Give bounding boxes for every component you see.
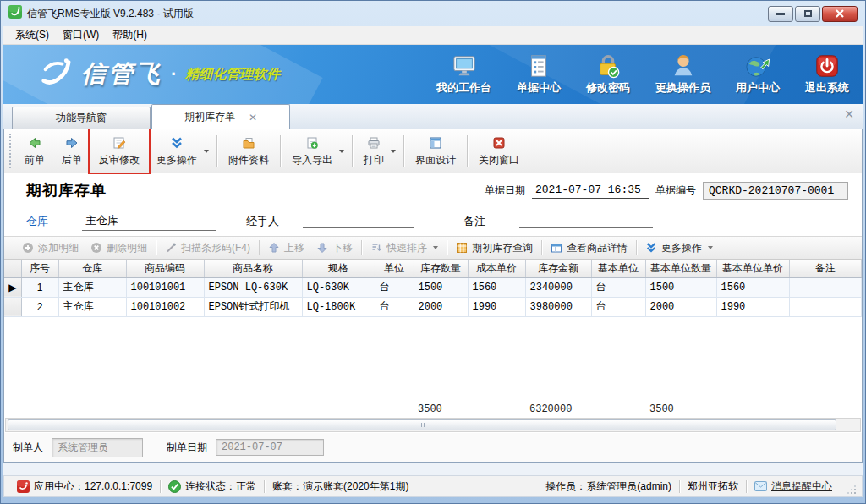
- brand-slogan: 精细化管理软件: [185, 66, 280, 84]
- column-header[interactable]: 序号: [21, 260, 58, 277]
- cell-base-qty[interactable]: 1500: [645, 277, 716, 297]
- dropdown-arrow-icon[interactable]: [708, 246, 713, 249]
- attachment-button[interactable]: 附件资料: [220, 129, 277, 173]
- inventory-query-button[interactable]: 期初库存查询: [450, 238, 539, 257]
- switch-operator-button[interactable]: 更换操作员: [655, 53, 710, 96]
- cell-spec[interactable]: LQ-1800K: [302, 297, 375, 316]
- toolbar-separator: [636, 240, 637, 255]
- move-down-button[interactable]: 下移: [310, 238, 359, 257]
- more-actions-button[interactable]: 更多操作: [148, 129, 214, 173]
- column-header[interactable]: 商品名称: [204, 260, 302, 277]
- maximize-button[interactable]: [795, 6, 820, 22]
- quick-sort-icon: [370, 242, 382, 254]
- column-header[interactable]: 库存金额: [525, 260, 591, 277]
- document-center-button[interactable]: 单据中心: [517, 53, 561, 96]
- tab-opening-inventory[interactable]: 期初库存单 ✕: [151, 104, 290, 129]
- cell-product-code[interactable]: 100101001: [126, 277, 204, 297]
- cell-seq[interactable]: 2: [21, 297, 58, 316]
- current-row-marker[interactable]: ▶: [4, 277, 21, 297]
- cell-remark[interactable]: [789, 277, 862, 297]
- exit-system-button[interactable]: 退出系统: [805, 53, 849, 96]
- detail-more-actions-button[interactable]: 更多操作: [639, 238, 719, 257]
- cell-seq[interactable]: 1: [21, 277, 58, 297]
- scan-barcode-button[interactable]: 扫描条形码(F4): [159, 238, 256, 257]
- cell-warehouse[interactable]: 主仓库: [58, 297, 126, 316]
- dropdown-arrow-icon[interactable]: [339, 150, 344, 153]
- product-detail-button[interactable]: 查看商品详情: [545, 238, 633, 257]
- delete-detail-button[interactable]: 删除明细: [85, 238, 153, 257]
- cell-stock-amount[interactable]: 3980000: [525, 297, 591, 316]
- dropdown-arrow-icon[interactable]: [204, 150, 209, 153]
- message-center-link[interactable]: 消息提醒中心: [747, 479, 840, 494]
- add-detail-button[interactable]: 添加明细: [16, 238, 85, 257]
- detail-grid: 序号 仓库 商品编码 商品名称 规格 单位 库存数量 成本单价 库存金额 基本单…: [4, 260, 862, 317]
- import-export-button[interactable]: 导入导出: [283, 129, 349, 173]
- workbench-button[interactable]: 我的工作台: [436, 53, 491, 96]
- cell-unit[interactable]: 台: [375, 277, 414, 297]
- close-button[interactable]: [822, 6, 858, 22]
- dropdown-arrow-icon[interactable]: [391, 150, 396, 153]
- cell-base-unit[interactable]: 台: [591, 277, 645, 297]
- prev-doc-button[interactable]: 前单: [16, 129, 53, 173]
- resize-grip-icon[interactable]: [847, 485, 857, 495]
- close-window-button[interactable]: 关闭窗口: [470, 129, 528, 173]
- column-header[interactable]: 库存数量: [414, 260, 468, 277]
- scrollbar-thumb[interactable]: [8, 419, 836, 430]
- ui-design-button[interactable]: 界面设计: [407, 129, 464, 173]
- vendor-status: 郑州亚拓软: [680, 479, 746, 494]
- menu-window[interactable]: 窗口(W): [58, 26, 107, 44]
- unaudit-modify-button[interactable]: 反审修改: [90, 129, 148, 173]
- column-header[interactable]: 成本单价: [468, 260, 525, 277]
- column-header[interactable]: 基本单位数量: [645, 260, 716, 277]
- print-button[interactable]: 打印: [355, 129, 401, 173]
- cell-cost-price[interactable]: 1990: [468, 297, 525, 316]
- remark-field[interactable]: [519, 215, 653, 228]
- warehouse-field[interactable]: 主仓库: [82, 213, 216, 231]
- column-header[interactable]: 商品编码: [126, 260, 204, 277]
- cell-stock-qty[interactable]: 2000: [414, 297, 468, 316]
- document-form-row: 仓库 主仓库 经手人 备注: [4, 207, 862, 236]
- cell-warehouse[interactable]: 主仓库: [58, 277, 126, 297]
- cell-stock-amount[interactable]: 2340000: [525, 277, 591, 297]
- close-tab-icon[interactable]: ✕: [249, 112, 257, 123]
- column-header[interactable]: 备注: [789, 260, 862, 277]
- column-header[interactable]: 基本单位单价: [716, 260, 789, 277]
- handler-field[interactable]: [303, 215, 414, 228]
- row-selector[interactable]: [4, 297, 21, 316]
- move-up-button[interactable]: 上移: [262, 238, 310, 257]
- remark-label: 备注: [463, 214, 485, 229]
- delete-row-icon: [90, 242, 102, 254]
- cell-base-price[interactable]: 1990: [716, 297, 789, 316]
- row-selector-header: [4, 260, 21, 277]
- tab-function-navigator[interactable]: 功能导航窗: [12, 107, 151, 129]
- change-password-button[interactable]: 修改密码: [586, 53, 630, 96]
- menu-help[interactable]: 帮助(H): [107, 26, 156, 44]
- column-header[interactable]: 基本单位: [591, 260, 645, 277]
- cell-product-code[interactable]: 100101002: [126, 297, 204, 316]
- cell-product-name[interactable]: EPSON针式打印机: [204, 297, 302, 316]
- doc-date-field[interactable]: 2021-07-07 16:35: [532, 183, 649, 199]
- cell-stock-qty[interactable]: 1500: [414, 277, 468, 297]
- column-header[interactable]: 单位: [375, 260, 414, 277]
- cell-cost-price[interactable]: 1560: [468, 277, 525, 297]
- cell-spec[interactable]: LQ-630K: [302, 277, 375, 297]
- user-center-button[interactable]: 用户中心: [736, 53, 780, 96]
- minimize-button[interactable]: [768, 6, 793, 22]
- cell-product-name[interactable]: EPSON LQ-630K: [204, 277, 302, 297]
- next-doc-button[interactable]: 后单: [53, 129, 90, 173]
- app-center-status: 应用中心：127.0.0.1:7099: [9, 479, 160, 494]
- column-header[interactable]: 规格: [302, 260, 375, 277]
- column-header[interactable]: 仓库: [58, 260, 126, 277]
- close-all-tabs-icon[interactable]: ✕: [844, 108, 854, 120]
- dropdown-arrow-icon[interactable]: [433, 246, 438, 249]
- cell-base-unit[interactable]: 台: [591, 297, 645, 316]
- horizontal-scrollbar[interactable]: [5, 418, 861, 432]
- cell-unit[interactable]: 台: [375, 297, 414, 316]
- cell-remark[interactable]: [789, 297, 862, 316]
- cell-base-price[interactable]: 1560: [716, 277, 789, 297]
- cell-base-qty[interactable]: 2000: [645, 297, 716, 316]
- app-center-icon: [17, 480, 30, 493]
- quick-sort-button[interactable]: 快速排序: [364, 238, 444, 257]
- menu-system[interactable]: 系统(S): [10, 26, 58, 44]
- detail-toolbar: 添加明细 删除明细 扫描条形码(F4) 上移 下移: [4, 236, 862, 260]
